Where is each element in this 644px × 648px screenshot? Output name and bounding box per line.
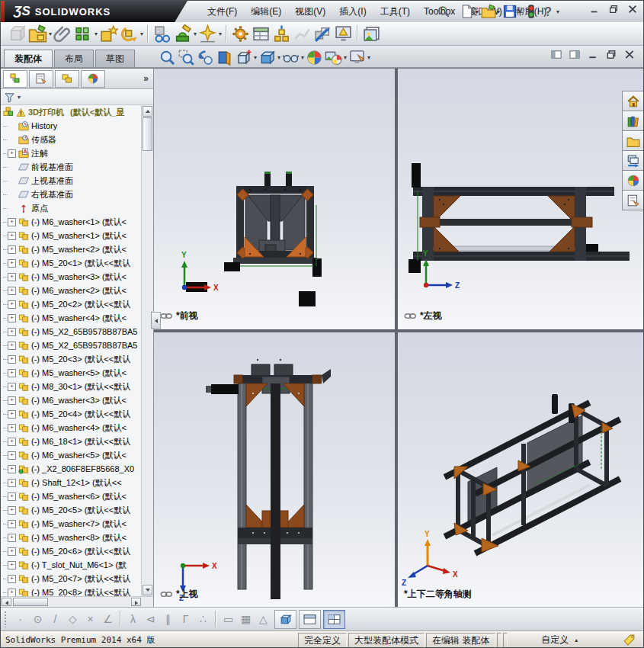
tab-草图[interactable]: 草图 [95, 50, 135, 67]
expander-icon[interactable]: + [8, 520, 16, 528]
solidworks-resources-button[interactable] [622, 91, 644, 111]
expander-icon[interactable]: + [8, 149, 16, 158]
expander-icon[interactable]: + [8, 438, 16, 446]
configurationmanager-tab[interactable] [55, 70, 79, 88]
tree-item[interactable]: 前视基准面 [1, 160, 142, 174]
scroll-left-button[interactable] [2, 598, 11, 606]
restore-doc-button[interactable] [605, 49, 617, 60]
grid-settings-button[interactable]: ▦ [237, 611, 255, 627]
tree-item[interactable]: +(-) M6_washer<1> (默认< [1, 215, 142, 229]
tree-item[interactable]: +(-) M5_X2_65B9578B87BA5 [1, 338, 142, 352]
view-orientation-dropdown-arrow[interactable]: ▾ [254, 54, 257, 61]
assembly-features-dropdown-arrow[interactable]: ▾ [194, 30, 197, 37]
expander-icon[interactable]: + [8, 492, 16, 501]
new-document-dropdown-arrow[interactable]: ▾ [476, 8, 479, 15]
displaymanager-tab[interactable] [81, 70, 105, 88]
hide-show-items-button[interactable] [281, 48, 300, 67]
new-document-button[interactable] [460, 4, 475, 19]
expander-icon[interactable]: + [8, 245, 16, 254]
horizontal-scroll-thumb[interactable] [13, 598, 48, 606]
sketch-angle-button[interactable]: ∠ [99, 611, 117, 627]
bill-of-materials-button[interactable] [251, 24, 271, 44]
help-dropdown-arrow[interactable]: ▾ [556, 8, 559, 15]
interference-detection-button[interactable] [312, 24, 333, 44]
filter-dropdown-arrow[interactable]: ▾ [18, 94, 21, 101]
single-view-button[interactable] [274, 610, 296, 629]
propertymanager-tab[interactable] [29, 70, 53, 88]
relation-symmetric-button[interactable]: ⊲ [142, 611, 159, 627]
apply-scene-button[interactable] [324, 48, 343, 67]
exploded-view-button[interactable] [271, 24, 292, 44]
assembly-visualization-button[interactable] [333, 24, 354, 44]
menu-t[interactable]: 工具(T) [373, 2, 417, 21]
new-motion-study-button[interactable] [230, 24, 251, 44]
tree-item[interactable]: 右视基准面 [1, 188, 142, 201]
tree-item[interactable]: +(-) M5_20<4> (默认<<默认 [1, 407, 142, 421]
expander-icon[interactable]: + [8, 589, 16, 597]
tree-item[interactable]: History [1, 119, 142, 133]
tree-item[interactable]: +(-) M5_20<7> (默认<<默认 [1, 572, 142, 585]
tree-item[interactable]: +(-) M6_washer<2> (默认< [1, 284, 142, 297]
relation-tangent-button[interactable]: λ [124, 611, 142, 627]
viewport-isometric[interactable]: Y X Z *上下二等角轴测 [398, 332, 644, 608]
tree-item[interactable]: 传感器 [1, 133, 142, 146]
four-view-button[interactable] [323, 610, 345, 629]
dimension-button[interactable]: ▭ [219, 611, 237, 627]
split-right-doc-button[interactable] [569, 49, 581, 60]
take-snapshot-button[interactable] [361, 24, 382, 44]
close-window-button[interactable] [626, 4, 639, 14]
display-style-button[interactable] [258, 48, 277, 67]
viewport-top[interactable]: X Z *上视 [154, 332, 395, 608]
expander-icon[interactable]: + [8, 355, 16, 364]
tree-item[interactable]: +(-) M5_20<2> (默认<<默认 [1, 297, 142, 311]
view-palette-button[interactable] [622, 150, 644, 171]
file-explorer-button[interactable] [622, 130, 644, 151]
view-settings-dropdown-arrow[interactable]: ▾ [367, 54, 370, 61]
menu-f[interactable]: 文件(F) [200, 2, 244, 21]
isometric-view-model[interactable]: Y X Z [398, 332, 644, 608]
help-button[interactable]: ? [540, 4, 556, 19]
tree-item[interactable]: +(-) M5_washer<7> (默认< [1, 517, 142, 531]
filter-icon[interactable] [4, 91, 15, 103]
expander-icon[interactable]: + [8, 259, 16, 268]
sketch-point-button[interactable]: · [11, 611, 29, 627]
edit-appearance-button[interactable] [305, 48, 324, 67]
tab-布局[interactable]: 布局 [54, 50, 94, 67]
appearances-scenes-button[interactable] [622, 170, 644, 191]
expander-icon[interactable]: + [8, 396, 16, 405]
tree-item[interactable]: +(-) M5_washer<5> (默认< [1, 366, 142, 380]
expander-icon[interactable]: + [8, 479, 16, 487]
tree-item[interactable]: +(-) M6_washer<5> (默认< [1, 448, 142, 462]
toolbar-grip[interactable] [4, 611, 7, 627]
move-component-button[interactable] [119, 24, 139, 44]
zoom-to-area-button[interactable] [177, 48, 196, 67]
insert-components-dropdown-arrow[interactable]: ▾ [49, 30, 52, 37]
tree-item[interactable]: +(-) M6_washer<4> (默认< [1, 421, 142, 435]
featuremanager-tab[interactable] [3, 70, 27, 88]
panel-overflow-chevron[interactable]: » [143, 73, 149, 84]
tree-item[interactable]: +(-) Shaft_12<1> (默认<< [1, 476, 142, 489]
expander-icon[interactable]: + [8, 328, 16, 336]
hide-show-items-dropdown-arrow[interactable]: ▾ [301, 54, 304, 61]
tree-item[interactable]: +(-) M5_20<6> (默认<<默认 [1, 544, 142, 558]
tree-item[interactable]: +(-) M5_20<8> (默认<<默认 [1, 585, 142, 596]
scroll-right-button[interactable] [131, 598, 141, 606]
linear-component-pattern-button[interactable] [73, 24, 94, 44]
reference-geometry-dropdown-arrow[interactable]: ▾ [219, 30, 222, 37]
smart-fasteners-button[interactable] [98, 24, 119, 44]
relation-coincident-button[interactable]: ∴ [194, 611, 212, 627]
tree-item[interactable]: 原点 [1, 201, 142, 215]
tree-item[interactable]: +(-) M6_washer<3> (默认< [1, 393, 142, 407]
apply-scene-dropdown-arrow[interactable]: ▾ [344, 54, 347, 61]
front-view-model[interactable]: Y X [154, 69, 395, 329]
previous-view-button[interactable] [196, 48, 215, 67]
minimize-doc-button[interactable] [587, 49, 599, 60]
sketch-line-button[interactable]: / [46, 611, 64, 627]
tree-root-item[interactable]: 3D打印机(默认<默认_显 [1, 105, 142, 119]
sketch-trim-button[interactable]: × [82, 611, 99, 627]
tag-icon[interactable] [623, 634, 636, 646]
expander-icon[interactable]: + [8, 561, 16, 569]
tree-item[interactable]: +(-) M6_18<1> (默认<<默认 [1, 435, 142, 448]
expander-icon[interactable]: + [8, 287, 16, 295]
expander-icon[interactable]: + [8, 369, 16, 377]
